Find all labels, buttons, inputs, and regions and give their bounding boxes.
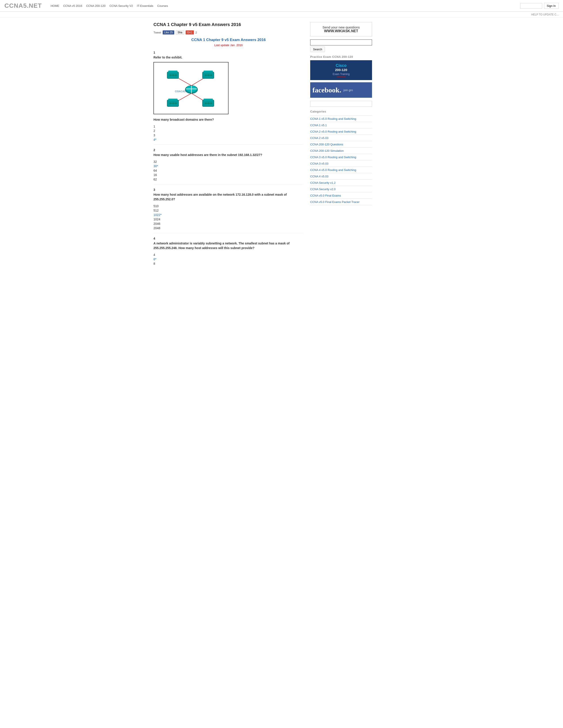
category-link[interactable]: CCNA 3 v5.0 Routing and Switching	[310, 156, 356, 159]
category-link[interactable]: CCNA 4 v5.0 Routing and Switching	[310, 168, 356, 172]
category-link[interactable]: CCNA 4 v5.03	[310, 175, 328, 178]
answer-item: 510	[153, 204, 304, 208]
list-item: CCNA Security v1.2	[310, 180, 372, 186]
list-item: CCNA v5.0 Final Exams Packet Tracer	[310, 199, 372, 205]
nav-home[interactable]: HOME	[51, 4, 59, 8]
list-item: CCNA 1 v5.1	[310, 122, 372, 128]
cisco-title: Cisco	[336, 63, 347, 68]
question-3-answers: 510 512 1022* 1024 2046 2048	[153, 204, 304, 230]
answer-item: 64	[153, 168, 304, 173]
sidebar-wiki-box: Send your new questions WWW.WIKIASK.NET	[310, 22, 372, 36]
nav-ccna-security-v2[interactable]: CCNA Security V2	[109, 4, 133, 8]
question-4-answers: 4 6* 8	[153, 253, 304, 266]
category-link[interactable]: CCNA Security v1.2	[310, 181, 336, 184]
nav-ccna-v5-2016[interactable]: CCNA v5 2016	[63, 4, 82, 8]
answer-item: 1024	[153, 217, 304, 221]
answer-item: 16	[153, 173, 304, 177]
answer-item: 2	[153, 129, 304, 133]
facebook-join-text: join gro	[344, 88, 353, 92]
category-link[interactable]: CCNA v5.0 Final Exams Packet Tracer	[310, 200, 360, 204]
main-nav: HOME CCNA v5 2016 CCNA 200-120 CCNA Secu…	[51, 4, 516, 8]
sidebar-search-input[interactable]	[310, 39, 372, 45]
nav-ccna-200-120[interactable]: CCNA 200-120	[86, 4, 105, 8]
answer-item: 62	[153, 177, 304, 182]
list-item: CCNA 4 v5.0 Routing and Switching	[310, 167, 372, 173]
svg-rect-17	[203, 71, 213, 72]
gplus-button[interactable]: G+1	[185, 30, 194, 35]
list-item: CCNA v5.0 Final Exams	[310, 192, 372, 199]
facebook-box[interactable]: facebook. join gro	[310, 82, 372, 98]
practice-exam-label: Practice Exam CCNA 200-120	[310, 55, 372, 58]
cisco-desc: Exam Training	[333, 73, 350, 76]
category-link[interactable]: CCNA 2 v5.0 Routing and Switching	[310, 130, 356, 133]
main-content: CCNA 1 Chapter 9 v5 Exam Answers 2016 Tw…	[153, 22, 304, 267]
svg-rect-29	[203, 99, 213, 100]
sidebar-extra-input[interactable]	[310, 101, 372, 107]
header-right: Sign In	[520, 3, 559, 9]
list-item: CCNA 1 v5.0 Routing and Switching	[310, 116, 372, 122]
sidebar-search-button[interactable]: Search	[310, 47, 325, 52]
svg-rect-11	[168, 71, 177, 72]
question-3-number: 3	[153, 188, 304, 191]
category-link[interactable]: CCNA 200-120 Questions	[310, 143, 343, 146]
wiki-send-text: Send your new questions	[314, 25, 369, 29]
list-item: CCNA 200-120 Questions	[310, 141, 372, 148]
sidebar: Send your new questions WWW.WIKIASK.NET …	[310, 22, 372, 267]
social-bar: Tweet Like 25 Sha G+1 2	[153, 30, 304, 35]
list-item: CCNA 200-120 Simulation	[310, 148, 372, 154]
tweet-label: Tweet	[153, 31, 161, 34]
cisco-exam-box[interactable]: Cisco 200-120 Exam Training	[310, 60, 372, 80]
help-bar: HELP TO UPDATE C...	[0, 12, 563, 18]
category-link[interactable]: CCNA 2 v5.03	[310, 136, 328, 140]
site-logo[interactable]: CCNA5.NET	[4, 2, 42, 9]
answer-item-correct: 1022*	[153, 213, 304, 217]
list-item: CCNA 2 v5.0 Routing and Switching	[310, 128, 372, 135]
answer-item: 2048	[153, 226, 304, 230]
list-item: CCNA Security v2.0	[310, 186, 372, 192]
category-link[interactable]: CCNA 3 v5.03	[310, 162, 328, 165]
gplus-count: 2	[195, 31, 197, 34]
answer-item: 3	[153, 133, 304, 137]
category-link[interactable]: CCNA Security v2.0	[310, 188, 336, 191]
answer-item-correct: 30*	[153, 164, 304, 168]
wiki-url[interactable]: WWW.WIKIASK.NET	[314, 29, 369, 33]
answer-item-correct: 6*	[153, 257, 304, 261]
answer-item-correct: 4*	[153, 137, 304, 142]
categories-title: Categories	[310, 110, 372, 113]
network-diagram: CISACAD.COM	[153, 62, 228, 114]
question-2-text: How many usable host addresses are there…	[153, 153, 304, 157]
share-button[interactable]: Sha	[176, 30, 184, 35]
category-link[interactable]: CCNA 200-120 Simulation	[310, 149, 344, 152]
question-4-text: A network administrator is variably subn…	[153, 241, 304, 250]
article-title: CCNA 1 Chapter 9 v5 Exam Answers 2016	[153, 38, 304, 42]
category-link[interactable]: CCNA 1 v5.0 Routing and Switching	[310, 117, 356, 120]
question-2-number: 2	[153, 148, 304, 152]
list-item: CCNA 4 v5.03	[310, 173, 372, 180]
like-button[interactable]: Like 25	[162, 30, 175, 35]
answer-item: 2046	[153, 221, 304, 226]
question-1-number: 1	[153, 51, 304, 54]
header-search-input[interactable]	[520, 3, 542, 9]
svg-rect-23	[168, 99, 177, 100]
list-item: CCNA 3 v5.03	[310, 160, 372, 167]
page-title: CCNA 1 Chapter 9 v5 Exam Answers 2016	[153, 22, 304, 27]
category-list: CCNA 1 v5.0 Routing and Switching CCNA 1…	[310, 115, 372, 205]
nav-it-essentials[interactable]: IT-Essentials	[137, 4, 153, 8]
facebook-logo: facebook.	[313, 86, 341, 94]
answer-item: 32	[153, 159, 304, 164]
sign-in-button[interactable]: Sign In	[544, 3, 559, 9]
question-3-text: How many host addresses are available on…	[153, 192, 304, 202]
category-link[interactable]: CCNA v5.0 Final Exams	[310, 194, 341, 197]
list-item: CCNA 2 v5.03	[310, 135, 372, 141]
answer-item: 512	[153, 208, 304, 213]
list-item: CCNA 3 v5.0 Routing and Switching	[310, 154, 372, 160]
question-1-sub: How many broadcast domains are there?	[153, 117, 304, 122]
last-update: Last update Jan. 2016	[153, 43, 304, 47]
question-1-text: Refer to the exhibit.	[153, 55, 304, 60]
answer-item: 8	[153, 261, 304, 266]
category-link[interactable]: CCNA 1 v5.1	[310, 124, 327, 127]
nav-courses[interactable]: Courses	[157, 4, 168, 8]
answer-item: 1	[153, 124, 304, 129]
question-2-answers: 32 30* 64 16 62	[153, 159, 304, 182]
question-4-number: 4	[153, 237, 304, 240]
